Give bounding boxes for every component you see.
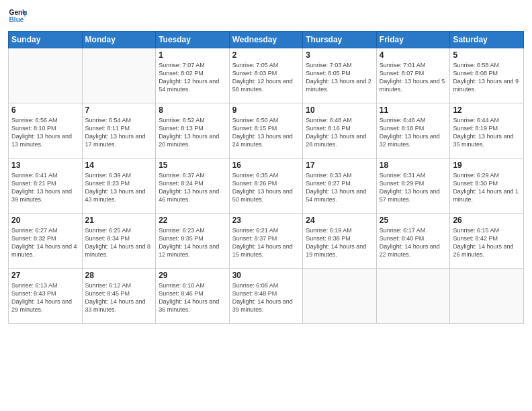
day-number: 24 [306,216,373,225]
day-info: Sunrise: 6:08 AM Sunset: 8:48 PM Dayligh… [232,281,300,314]
calendar-cell: 15Sunrise: 6:37 AM Sunset: 8:24 PM Dayli… [156,158,230,214]
calendar-cell: 3Sunrise: 7:03 AM Sunset: 8:05 PM Daylig… [303,48,377,103]
day-info: Sunrise: 6:52 AM Sunset: 8:13 PM Dayligh… [159,116,226,149]
week-row-1: 1Sunrise: 7:07 AM Sunset: 8:02 PM Daylig… [9,48,524,103]
day-info: Sunrise: 6:44 AM Sunset: 8:19 PM Dayligh… [453,116,521,149]
calendar-cell: 20Sunrise: 6:27 AM Sunset: 8:32 PM Dayli… [9,214,83,269]
day-number: 22 [159,216,226,225]
day-info: Sunrise: 6:15 AM Sunset: 8:42 PM Dayligh… [453,226,521,259]
day-info: Sunrise: 6:56 AM Sunset: 8:10 PM Dayligh… [11,116,79,149]
weekday-sunday: Sunday [9,32,83,48]
day-info: Sunrise: 7:05 AM Sunset: 8:03 PM Dayligh… [232,61,300,94]
day-number: 18 [380,161,447,170]
day-number: 12 [453,105,521,115]
calendar-cell: 4Sunrise: 7:01 AM Sunset: 8:07 PM Daylig… [376,48,450,103]
week-row-2: 6Sunrise: 6:56 AM Sunset: 8:10 PM Daylig… [9,103,524,158]
day-info: Sunrise: 6:31 AM Sunset: 8:29 PM Dayligh… [380,171,447,204]
calendar-cell: 1Sunrise: 7:07 AM Sunset: 8:02 PM Daylig… [156,48,230,103]
day-info: Sunrise: 7:07 AM Sunset: 8:02 PM Dayligh… [159,61,226,94]
week-row-5: 27Sunrise: 6:13 AM Sunset: 8:43 PM Dayli… [9,269,524,324]
calendar-cell [450,269,524,324]
day-info: Sunrise: 6:19 AM Sunset: 8:38 PM Dayligh… [306,226,373,259]
day-info: Sunrise: 6:10 AM Sunset: 8:46 PM Dayligh… [159,281,226,314]
day-number: 8 [159,105,226,115]
calendar-cell [376,269,450,324]
day-info: Sunrise: 6:17 AM Sunset: 8:40 PM Dayligh… [380,226,447,259]
calendar-cell: 21Sunrise: 6:25 AM Sunset: 8:34 PM Dayli… [82,214,156,269]
day-info: Sunrise: 6:39 AM Sunset: 8:23 PM Dayligh… [85,171,153,204]
day-info: Sunrise: 6:23 AM Sunset: 8:35 PM Dayligh… [159,226,226,259]
calendar-cell [303,269,377,324]
weekday-tuesday: Tuesday [156,32,230,48]
day-info: Sunrise: 7:01 AM Sunset: 8:07 PM Dayligh… [380,61,447,94]
calendar-cell: 11Sunrise: 6:46 AM Sunset: 8:18 PM Dayli… [376,103,450,158]
day-number: 4 [380,50,447,60]
calendar-cell [82,48,156,103]
day-info: Sunrise: 6:13 AM Sunset: 8:43 PM Dayligh… [11,281,79,314]
calendar-cell: 18Sunrise: 6:31 AM Sunset: 8:29 PM Dayli… [376,158,450,214]
day-info: Sunrise: 6:37 AM Sunset: 8:24 PM Dayligh… [159,171,226,204]
day-info: Sunrise: 6:46 AM Sunset: 8:18 PM Dayligh… [380,116,447,149]
day-number: 13 [11,161,79,170]
svg-text:Blue: Blue [9,16,24,24]
day-info: Sunrise: 6:50 AM Sunset: 8:15 PM Dayligh… [232,116,300,149]
day-info: Sunrise: 6:27 AM Sunset: 8:32 PM Dayligh… [11,226,79,259]
day-number: 17 [306,161,373,170]
calendar-cell: 5Sunrise: 6:58 AM Sunset: 8:08 PM Daylig… [450,48,524,103]
day-number: 25 [380,216,447,225]
weekday-header-row: SundayMondayTuesdayWednesdayThursdayFrid… [9,32,524,48]
day-number: 11 [380,105,447,115]
calendar-cell: 7Sunrise: 6:54 AM Sunset: 8:11 PM Daylig… [82,103,156,158]
day-info: Sunrise: 6:54 AM Sunset: 8:11 PM Dayligh… [85,116,153,149]
day-number: 7 [85,105,153,115]
calendar-cell: 12Sunrise: 6:44 AM Sunset: 8:19 PM Dayli… [450,103,524,158]
day-info: Sunrise: 6:12 AM Sunset: 8:45 PM Dayligh… [85,281,153,314]
calendar-cell: 29Sunrise: 6:10 AM Sunset: 8:46 PM Dayli… [156,269,230,324]
day-info: Sunrise: 6:41 AM Sunset: 8:21 PM Dayligh… [11,171,79,204]
calendar-cell: 19Sunrise: 6:29 AM Sunset: 8:30 PM Dayli… [450,158,524,214]
calendar-cell: 16Sunrise: 6:35 AM Sunset: 8:26 PM Dayli… [229,158,303,214]
day-number: 15 [159,161,226,170]
day-info: Sunrise: 7:03 AM Sunset: 8:05 PM Dayligh… [306,61,373,94]
weekday-monday: Monday [82,32,156,48]
weekday-saturday: Saturday [450,32,524,48]
calendar-cell: 17Sunrise: 6:33 AM Sunset: 8:27 PM Dayli… [303,158,377,214]
logo: General Blue [8,7,30,26]
day-number: 28 [85,271,153,280]
day-number: 5 [453,50,521,60]
calendar-cell: 25Sunrise: 6:17 AM Sunset: 8:40 PM Dayli… [376,214,450,269]
calendar-cell: 26Sunrise: 6:15 AM Sunset: 8:42 PM Dayli… [450,214,524,269]
day-number: 21 [85,216,153,225]
page: General Blue SundayMondayTuesdayWednesda… [0,0,532,411]
calendar-cell: 9Sunrise: 6:50 AM Sunset: 8:15 PM Daylig… [229,103,303,158]
day-info: Sunrise: 6:58 AM Sunset: 8:08 PM Dayligh… [453,61,521,94]
calendar-cell: 30Sunrise: 6:08 AM Sunset: 8:48 PM Dayli… [229,269,303,324]
weekday-wednesday: Wednesday [229,32,303,48]
day-number: 29 [159,271,226,280]
calendar-cell: 14Sunrise: 6:39 AM Sunset: 8:23 PM Dayli… [82,158,156,214]
calendar-cell: 2Sunrise: 7:05 AM Sunset: 8:03 PM Daylig… [229,48,303,103]
calendar-table: SundayMondayTuesdayWednesdayThursdayFrid… [8,31,524,324]
day-info: Sunrise: 6:35 AM Sunset: 8:26 PM Dayligh… [232,171,300,204]
day-number: 2 [232,50,300,60]
calendar-cell [9,48,83,103]
header: General Blue [8,7,524,26]
weekday-thursday: Thursday [303,32,377,48]
day-number: 3 [306,50,373,60]
day-number: 1 [159,50,226,60]
day-info: Sunrise: 6:33 AM Sunset: 8:27 PM Dayligh… [306,171,373,204]
calendar-cell: 13Sunrise: 6:41 AM Sunset: 8:21 PM Dayli… [9,158,83,214]
day-info: Sunrise: 6:48 AM Sunset: 8:16 PM Dayligh… [306,116,373,149]
calendar-cell: 10Sunrise: 6:48 AM Sunset: 8:16 PM Dayli… [303,103,377,158]
day-number: 26 [453,216,521,225]
calendar-cell: 27Sunrise: 6:13 AM Sunset: 8:43 PM Dayli… [9,269,83,324]
day-number: 19 [453,161,521,170]
calendar-cell: 24Sunrise: 6:19 AM Sunset: 8:38 PM Dayli… [303,214,377,269]
day-number: 23 [232,216,300,225]
day-number: 6 [11,105,79,115]
day-number: 10 [306,105,373,115]
day-info: Sunrise: 6:21 AM Sunset: 8:37 PM Dayligh… [232,226,300,259]
day-number: 30 [232,271,300,280]
calendar-cell: 6Sunrise: 6:56 AM Sunset: 8:10 PM Daylig… [9,103,83,158]
calendar-cell: 23Sunrise: 6:21 AM Sunset: 8:37 PM Dayli… [229,214,303,269]
